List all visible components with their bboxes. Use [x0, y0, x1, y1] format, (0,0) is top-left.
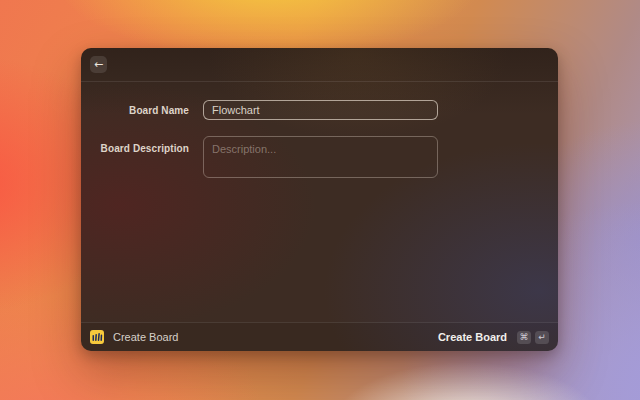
dialog-header: ← [81, 48, 558, 82]
footer-app-info: Create Board [90, 330, 178, 344]
back-arrow-icon: ← [94, 59, 103, 70]
footer-action-area: Create Board ⌘ ↵ [438, 331, 549, 344]
board-name-label: Board Name [81, 105, 189, 116]
desktop-background: ← Board Name Board Description [0, 0, 640, 400]
board-name-input[interactable] [203, 100, 438, 120]
footer-command-title: Create Board [113, 331, 178, 343]
back-button[interactable]: ← [90, 56, 107, 73]
board-description-label: Board Description [81, 143, 189, 154]
create-board-dialog: ← Board Name Board Description [81, 48, 558, 351]
command-key-icon: ⌘ [517, 331, 531, 344]
board-description-row: Board Description [81, 136, 558, 178]
board-description-textarea[interactable] [203, 136, 438, 178]
create-board-action[interactable]: Create Board [438, 331, 507, 343]
board-name-row: Board Name [81, 100, 558, 120]
return-key-icon: ↵ [535, 331, 549, 344]
miro-logo-icon [90, 330, 104, 344]
create-board-form: Board Name Board Description [81, 82, 558, 178]
dialog-footer: Create Board Create Board ⌘ ↵ [81, 322, 558, 351]
